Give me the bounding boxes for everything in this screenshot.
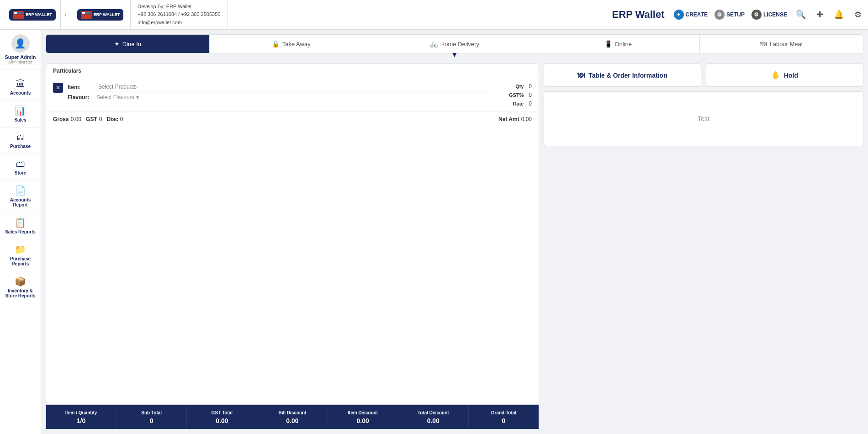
main-logo-box: ERP WALLET [77,9,124,21]
gst-label: GST% [509,92,524,98]
particulars-header: Particulars [46,64,539,78]
tab-dine-in-label: Dine In [122,41,141,48]
flavour-field-row: Flavour: Select Flavours ▾ [68,94,491,101]
tab-online[interactable]: 📱 Online [536,35,700,53]
sidebar-item-label: Purchase [10,144,31,149]
hold-button[interactable]: ✋ Hold [706,64,863,87]
main-content: ✦ Dine In 🔒 Take Away 🚲 Home Delivery 📱 … [41,30,868,434]
order-tabs-container: ✦ Dine In 🔒 Take Away 🚲 Home Delivery 📱 … [46,34,863,59]
setup-label: SETUP [726,11,745,18]
online-icon: 📱 [604,40,612,48]
sidebar-item-sales[interactable]: 📊 Sales [0,101,41,127]
table-order-label: Table & Order Information [588,72,667,79]
summary-item-gst-total-label: GST Total [212,410,233,416]
tab-take-away[interactable]: 🔒 Take Away [210,35,373,53]
tab-labour-meal-label: Labour Meal [769,41,802,48]
company-phones: +92 306 2611084 / +92 300 2505350 [138,11,220,19]
sidebar-logo: ERP WALLET [5,0,61,29]
license-button[interactable]: ⚙ LICENSE [752,10,787,20]
accounts-icon: 🏛 [16,79,25,89]
gross-total: Gross 0.00 [53,116,81,122]
create-button[interactable]: + CREATE [674,10,708,20]
sidebar-item-store[interactable]: 🗃 Store [0,154,41,180]
sidebar-user: 👤 Super Admin Administrator [0,34,41,69]
item-totals-row: Gross 0.00 GST 0 Disc 0 Net Amt 0.00 [46,112,539,126]
sidebar-item-sales-reports[interactable]: 📋 Sales Reports [0,212,41,239]
add-button[interactable]: ✚ [815,8,825,21]
gst-total-label: GST [86,116,97,122]
table-order-button[interactable]: 🍽 Table & Order Information [544,64,701,87]
header-actions: + CREATE ⚙ SETUP ⚙ LICENSE 🔍 ✚ 🔔 ⚙ [674,8,863,21]
remove-item-button[interactable]: ✕ [53,83,63,93]
summary-item-gst-total[interactable]: GST Total 0.00 [187,405,257,429]
inventory-store-reports-icon: 📦 [15,276,26,287]
gst-total-item: GST 0 [86,116,102,122]
flavour-label: Flavour: [68,94,93,101]
settings-button[interactable]: ⚙ [852,8,863,21]
summary-item-sub-total-value: 0 [150,417,153,424]
flavour-chevron-icon: ▾ [136,94,139,101]
sidebar-item-label: Purchase Reports [2,256,38,266]
gross-label: Gross [53,116,69,122]
rate-label: Rate [513,101,524,106]
net-amt-value: 0.00 [521,116,532,122]
sidebar-item-inventory-store-reports[interactable]: 📦 Inventory & Store Reports [0,271,41,303]
sidebar-item-purchase[interactable]: 🗂 Purchase [0,127,41,154]
avatar: 👤 [11,34,30,53]
right-panel: 🍽 Table & Order Information ✋ Hold Test [544,64,863,429]
hold-label: Hold [784,72,798,79]
disc-value: 0 [120,116,123,122]
summary-item-gst-total-value: 0.00 [216,417,228,424]
sidebar-item-purchase-reports[interactable]: 📁 Purchase Reports [0,239,41,271]
tab-online-label: Online [615,41,632,48]
tab-labour-meal[interactable]: 🍽 Labour Meal [700,35,863,53]
tab-dine-in[interactable]: ✦ Dine In [46,35,210,53]
summary-item-bill-discount[interactable]: Bill Discount 0.00 [257,405,328,429]
flavour-dropdown[interactable]: Select Flavours ▾ [96,94,139,101]
setup-icon: ⚙ [715,10,725,20]
net-amt-label: Net Amt [498,116,519,122]
app-logo-text: ERP WALLET [26,12,52,17]
header-logo-main: ERP WALLET [70,0,131,29]
flavour-placeholder: Select Flavours [96,94,134,101]
qty-value: 0 [529,83,532,90]
app-logo: ERP WALLET [9,9,56,21]
notification-button[interactable]: 🔔 [832,8,846,21]
search-button[interactable]: 🔍 [794,8,808,21]
summary-item-quantity[interactable]: Item / Quantity 1/0 [46,405,116,429]
home-delivery-icon: 🚲 [430,40,438,48]
summary-item-sub-total[interactable]: Sub Total 0 [116,405,187,429]
disc-total: Disc 0 [106,116,123,122]
summary-item-grand-total[interactable]: Grand Total 0 [469,405,539,429]
company-info: Develop By: ERP Wallet +92 306 2611084 /… [131,0,228,29]
license-label: LICENSE [763,11,787,18]
setup-button[interactable]: ⚙ SETUP [715,10,745,20]
tab-home-delivery-label: Home Delivery [440,41,479,48]
tab-home-delivery[interactable]: 🚲 Home Delivery [373,35,537,53]
sidebar-item-label: Sales Reports [5,229,36,234]
sidebar-item-label: Store [15,170,26,175]
sidebar-item-accounts[interactable]: 🏛 Accounts [0,74,41,101]
purchase-icon: 🗂 [16,132,25,143]
summary-item-item-discount[interactable]: Item Discount 0.00 [328,405,398,429]
summary-item-item-discount-value: 0.00 [357,417,369,424]
table-order-icon: 🍽 [577,71,585,79]
summary-item-grand-total-label: Grand Total [491,410,516,416]
sidebar-item-accounts-report[interactable]: 📄 Accounts Report [0,180,41,212]
summary-item-total-discount[interactable]: Total Discount 0.00 [398,405,469,429]
header-brand: ERP Wallet [612,9,665,21]
username: Super Admin [5,54,36,60]
summary-item-total-discount-label: Total Discount [418,410,449,416]
layout: 👤 Super Admin Administrator 🏛 Accounts 📊… [0,30,868,434]
disc-label: Disc [106,116,118,122]
main-logo-text: ERP WALLET [94,12,120,17]
body-area: Particulars ✕ Item: Flavour: Select Flav… [46,64,863,429]
gross-value: 0.00 [71,116,81,122]
summary-item-sub-total-label: Sub Total [141,410,162,416]
summary-item-quantity-label: Item / Quantity [65,410,97,416]
sidebar-item-label: Accounts [10,90,31,95]
summary-item-grand-total-value: 0 [502,417,506,424]
item-input[interactable] [96,83,491,91]
item-fields: Item: Flavour: Select Flavours ▾ [68,83,491,103]
item-field-row: Item: [68,83,491,91]
